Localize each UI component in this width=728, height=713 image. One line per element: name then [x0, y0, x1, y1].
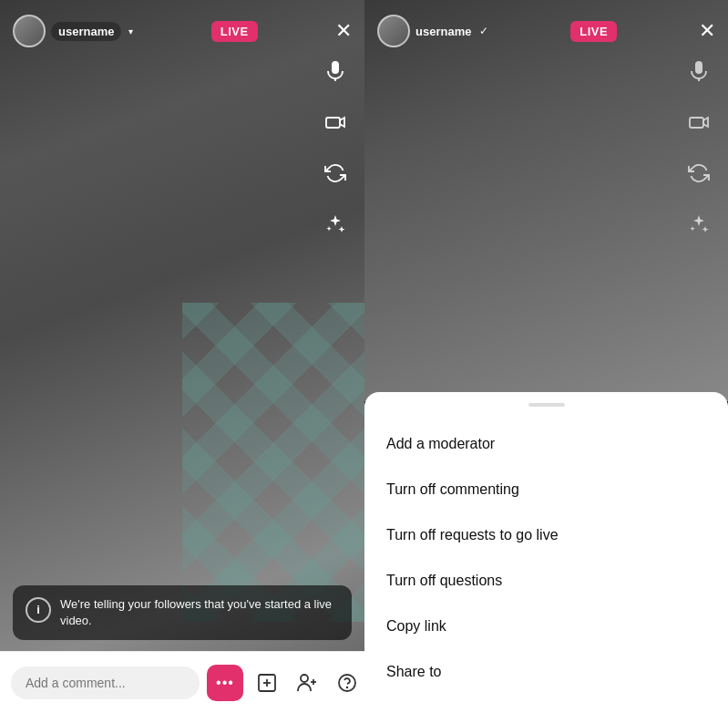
notification-text: We're telling your followers that you've… — [60, 596, 339, 629]
right-live-panel: username ✓ LIVE ✕ — [364, 0, 728, 713]
chevron-down-icon[interactable]: ▾ — [128, 26, 133, 36]
control-icons-right — [682, 55, 715, 241]
microphone-icon-right[interactable] — [682, 55, 715, 88]
notification-bar: i We're telling your followers that you'… — [13, 585, 352, 640]
camera-icon-right[interactable] — [682, 106, 715, 139]
control-icons-left — [319, 55, 352, 241]
flip-camera-icon-right[interactable] — [682, 157, 715, 190]
verified-icon: ✓ — [479, 25, 488, 37]
svg-rect-11 — [690, 118, 703, 128]
avatar-left — [13, 15, 46, 47]
svg-rect-0 — [326, 118, 340, 128]
live-badge-right: LIVE — [570, 21, 617, 42]
share-to-item[interactable]: Share to — [364, 649, 728, 695]
wall-decoration — [182, 303, 364, 622]
svg-point-4 — [301, 675, 308, 682]
add-media-icon[interactable] — [251, 666, 283, 699]
more-options-button[interactable]: ••• — [207, 665, 243, 701]
info-icon: i — [26, 597, 51, 623]
turn-off-questions-item[interactable]: Turn off questions — [364, 558, 728, 604]
effects-icon[interactable] — [319, 208, 352, 241]
effects-icon-right[interactable] — [682, 208, 715, 241]
live-badge-left: LIVE — [211, 21, 258, 42]
left-live-panel: username ▾ LIVE ✕ — [0, 0, 364, 713]
add-person-icon[interactable] — [291, 666, 323, 699]
left-top-bar: username ▾ LIVE ✕ — [0, 0, 364, 55]
comment-input[interactable] — [11, 666, 200, 699]
help-icon[interactable] — [331, 666, 364, 699]
turn-off-commenting-item[interactable]: Turn off commenting — [364, 467, 728, 512]
flip-camera-icon[interactable] — [319, 157, 352, 190]
add-moderator-item[interactable]: Add a moderator — [364, 421, 728, 467]
right-top-bar: username ✓ LIVE ✕ — [364, 0, 728, 55]
turn-off-requests-item[interactable]: Turn off requests to go live — [364, 512, 728, 558]
avatar-right — [377, 15, 410, 47]
sheet-handle — [528, 403, 565, 407]
user-info-left: username ▾ — [13, 15, 133, 47]
bottom-bar: ••• — [0, 651, 364, 713]
live-background-right — [364, 0, 728, 401]
bottom-sheet: Add a moderator Turn off commenting Turn… — [364, 392, 728, 713]
username-right: username — [415, 25, 471, 38]
three-dots-icon: ••• — [216, 676, 234, 690]
microphone-icon[interactable] — [319, 55, 352, 88]
username-left: username — [51, 22, 121, 41]
close-button-left[interactable]: ✕ — [335, 21, 352, 41]
user-info-right: username ✓ — [377, 15, 488, 47]
svg-point-7 — [339, 675, 355, 691]
camera-icon[interactable] — [319, 106, 352, 139]
copy-link-item[interactable]: Copy link — [364, 604, 728, 649]
close-button-right[interactable]: ✕ — [699, 21, 715, 41]
